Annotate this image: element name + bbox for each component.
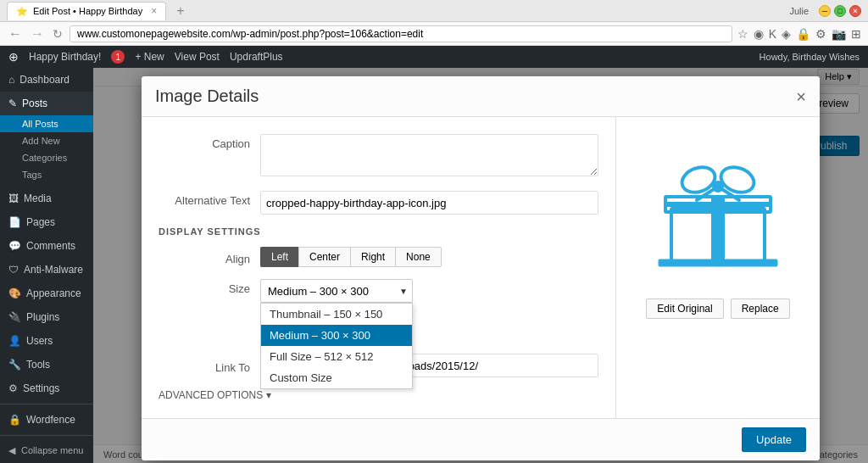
modal: Image Details × Caption (142, 76, 820, 460)
back-btn[interactable]: ← (7, 26, 24, 42)
gift-box-image (650, 134, 786, 278)
ext-icon6[interactable]: 📷 (832, 27, 846, 41)
link-to-label: Link To (159, 358, 260, 374)
sidebar-item-posts[interactable]: ✎ Posts (0, 92, 93, 115)
sidebar-item-users[interactable]: 👤 Users (0, 329, 93, 353)
sidebar-item-comments[interactable]: 💬 Comments (0, 234, 93, 258)
dropdown-item-custom[interactable]: Custom Size (261, 367, 412, 388)
align-label: Align (159, 249, 260, 265)
sidebar-label-comments: Comments (26, 240, 75, 252)
sidebar-sub-addnew[interactable]: Add New (0, 132, 93, 149)
sidebar-sub-tags[interactable]: Tags (0, 166, 93, 183)
ext-icon3[interactable]: ◈ (782, 27, 791, 41)
maximize-btn[interactable]: □ (834, 5, 846, 17)
sidebar-item-antimalware[interactable]: 🛡 Anti-Malware (0, 258, 93, 282)
ext-icon1[interactable]: ◉ (754, 27, 764, 41)
sidebar-label-wordfence: Wordfence (26, 414, 75, 426)
sidebar-label-posts: Posts (22, 98, 47, 109)
new-tab-btn[interactable]: + (173, 3, 187, 19)
sidebar-item-wordfence[interactable]: 🔒 Wordfence (0, 408, 93, 432)
updraft-link[interactable]: UpdraftPlus (230, 51, 283, 63)
sidebar-label-media: Media (24, 192, 52, 204)
tools-icon: 🔧 (8, 359, 21, 371)
dropdown-item-thumbnail[interactable]: Thumbnail – 150 × 150 (261, 304, 412, 325)
modal-title: Image Details (155, 86, 259, 106)
ext-icon4[interactable]: 🔒 (796, 27, 810, 41)
refresh-btn[interactable]: ↻ (51, 27, 64, 41)
tab-favicon: ⭐ (16, 6, 28, 17)
sidebar-label-tools: Tools (26, 359, 50, 371)
browser-action-icons: ☆ ◉ K ◈ 🔒 ⚙ 📷 ⊞ (737, 27, 861, 41)
sidebar-item-pages[interactable]: 📄 Pages (0, 210, 93, 234)
ext-icon5[interactable]: ⚙ (815, 27, 826, 41)
size-label: Size (159, 279, 260, 295)
align-left-btn[interactable]: Left (260, 247, 298, 267)
ext-icon7[interactable]: ⊞ (851, 27, 861, 41)
users-icon: 👤 (8, 335, 21, 347)
caption-input[interactable] (260, 134, 598, 176)
caption-row: Caption (159, 134, 598, 179)
sidebar-item-settings[interactable]: ⚙ Settings (0, 377, 93, 400)
alt-label: Alternative Text (159, 191, 260, 207)
collapse-icon: ◀ (8, 445, 15, 455)
dropdown-item-medium[interactable]: Medium – 300 × 300 (261, 325, 412, 346)
align-center-btn[interactable]: Center (298, 247, 350, 267)
sidebar-item-plugins[interactable]: 🔌 Plugins (0, 305, 93, 329)
image-action-buttons: Edit Original Replace (646, 298, 789, 319)
tab-close-icon[interactable]: × (151, 5, 157, 17)
dropdown-item-full[interactable]: Full Size – 512 × 512 (261, 346, 412, 367)
edit-original-button[interactable]: Edit Original (646, 298, 723, 319)
sidebar-label-antimalware: Anti-Malware (24, 264, 83, 276)
wp-logo: ⊕ (8, 50, 19, 64)
sidebar-sub-categories[interactable]: Categories (0, 149, 93, 166)
sidebar-divider2 (0, 435, 93, 436)
sidebar-item-appearance[interactable]: 🎨 Appearance (0, 282, 93, 305)
new-link[interactable]: + New (135, 51, 164, 63)
sidebar-sub-allposts[interactable]: All Posts (0, 115, 93, 132)
advanced-options-toggle[interactable]: ADVANCED OPTIONS ▾ (159, 389, 598, 401)
size-select-wrapper: Thumbnail – 150 × 150 Medium – 300 × 300… (260, 279, 413, 303)
plugins-icon: 🔌 (8, 311, 21, 323)
collapse-label: Collapse menu (21, 445, 83, 455)
size-select-container: Thumbnail – 150 × 150 Medium – 300 × 300… (260, 279, 413, 303)
main-content: Help ▾ Preview Edit Publish Image Detail… (93, 68, 868, 463)
browser-tab[interactable]: ⭐ Edit Post • Happy Birthday × (7, 2, 166, 20)
site-name[interactable]: Happy Birthday! (29, 51, 101, 63)
advanced-toggle-icon: ▾ (266, 389, 271, 401)
modal-overlay: Image Details × Caption (93, 68, 868, 463)
sidebar-label-appearance: Appearance (26, 287, 81, 299)
posts-icon: ✎ (8, 98, 17, 109)
tab-title: Edit Post • Happy Birthday (33, 6, 142, 16)
view-post-link[interactable]: View Post (175, 51, 220, 63)
size-select[interactable]: Thumbnail – 150 × 150 Medium – 300 × 300… (260, 279, 413, 303)
align-right-btn[interactable]: Right (350, 247, 395, 267)
svg-rect-4 (665, 202, 771, 207)
close-btn[interactable]: × (849, 5, 861, 17)
browser-titlebar: ⭐ Edit Post • Happy Birthday × + Julie ─… (0, 0, 868, 22)
address-input[interactable] (70, 25, 732, 42)
replace-button[interactable]: Replace (731, 298, 790, 319)
minimize-btn[interactable]: ─ (819, 5, 831, 17)
sidebar-item-media[interactable]: 🖼 Media (0, 187, 93, 210)
advanced-options-label: ADVANCED OPTIONS (159, 389, 263, 401)
appearance-icon: 🎨 (8, 287, 21, 299)
star-icon[interactable]: ☆ (737, 27, 748, 41)
collapse-menu-btn[interactable]: ◀ Collapse menu (0, 439, 93, 462)
align-none-btn[interactable]: None (395, 247, 442, 267)
alt-text-input[interactable] (260, 191, 598, 215)
align-row: Align Left Center Right None (159, 247, 598, 267)
notification-badge[interactable]: 1 (111, 50, 125, 64)
ext-icon2[interactable]: K (769, 27, 776, 41)
caption-label: Caption (159, 134, 260, 150)
sidebar-item-tools[interactable]: 🔧 Tools (0, 353, 93, 377)
sidebar-item-dashboard[interactable]: ⌂ Dashboard (0, 68, 93, 92)
modal-left: Caption Alternative Text (142, 117, 616, 418)
forward-btn[interactable]: → (29, 26, 46, 42)
dashboard-icon: ⌂ (8, 74, 14, 86)
size-dropdown-menu: Thumbnail – 150 × 150 Medium – 300 × 300… (260, 303, 413, 389)
image-preview (633, 134, 803, 278)
alt-field-wrapper (260, 191, 598, 215)
modal-close-icon[interactable]: × (796, 88, 806, 105)
pages-icon: 📄 (8, 216, 21, 228)
update-button[interactable]: Update (742, 427, 806, 452)
